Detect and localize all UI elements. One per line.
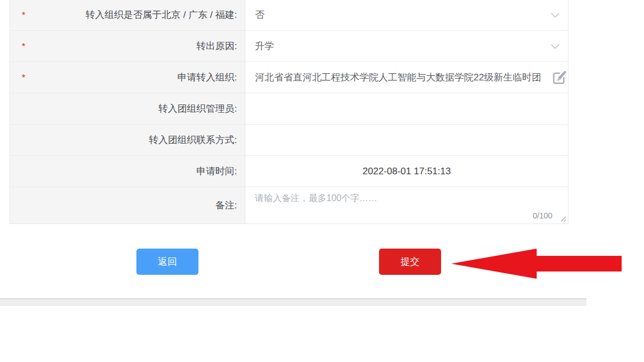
apply-time-value: 2022-08-01 17:51:13 <box>245 156 568 187</box>
required-marker: * <box>22 73 25 83</box>
reason-select[interactable]: 升学 <box>245 31 568 61</box>
apply-time-label: 申请时间: <box>196 165 237 178</box>
back-button[interactable]: 返回 <box>136 249 198 275</box>
chevron-down-icon[interactable] <box>551 12 560 17</box>
target-org-field: 河北省省直河北工程技术学院人工智能与大数据学院22级新生临时团 <box>245 62 568 93</box>
reason-select-value: 升学 <box>255 40 274 53</box>
transfer-application-form: * 转入组织是否属于北京 / 广东 / 福建: 否 * 转出原因: 升学 <box>10 0 569 224</box>
annotation-arrow-left-icon <box>451 249 622 279</box>
region-label: 转入组织是否属于北京 / 广东 / 福建: <box>86 8 237 21</box>
remarks-label: 备注: <box>215 199 237 212</box>
region-select-value: 否 <box>255 8 264 21</box>
form-row-target-org: * 申请转入组织: 河北省省直河北工程技术学院人工智能与大数据学院22级新生临时… <box>10 62 568 93</box>
edit-icon[interactable] <box>552 69 567 86</box>
target-admin-label: 转入团组织管理员: <box>158 102 237 115</box>
reason-label-cell: * 转出原因: <box>10 31 245 61</box>
region-select[interactable]: 否 <box>245 0 568 30</box>
target-contact-label: 转入团组织联系方式: <box>149 134 237 146</box>
target-contact-label-cell: 转入团组织联系方式: <box>10 125 245 155</box>
remarks-label-cell: 备注: <box>10 187 245 223</box>
target-contact-value <box>245 125 568 155</box>
target-admin-value <box>245 93 568 124</box>
form-row-target-admin: 转入团组织管理员: <box>10 93 568 125</box>
form-row-remarks: 备注: 0/100 <box>10 187 568 223</box>
remarks-cell: 0/100 <box>245 187 568 223</box>
chevron-down-icon[interactable] <box>551 44 560 49</box>
form-row-target-contact: 转入团组织联系方式: <box>10 125 568 156</box>
bottom-divider-bar <box>0 298 586 306</box>
arrow-shaft <box>536 256 622 272</box>
region-label-cell: * 转入组织是否属于北京 / 广东 / 福建: <box>10 0 245 30</box>
apply-time-label-cell: 申请时间: <box>10 156 245 187</box>
required-marker: * <box>22 42 25 52</box>
target-org-label-cell: * 申请转入组织: <box>10 62 245 93</box>
form-row-region: * 转入组织是否属于北京 / 广东 / 福建: 否 <box>10 0 568 31</box>
required-marker: * <box>22 11 25 21</box>
form-row-apply-time: 申请时间: 2022-08-01 17:51:13 <box>10 156 568 187</box>
form-row-reason: * 转出原因: 升学 <box>10 31 568 62</box>
submit-button[interactable]: 提交 <box>379 249 441 275</box>
target-org-value: 河北省省直河北工程技术学院人工智能与大数据学院22级新生临时团 <box>255 71 541 84</box>
apply-time-text: 2022-08-01 17:51:13 <box>363 166 451 177</box>
reason-label: 转出原因: <box>196 40 237 53</box>
page: * 转入组织是否属于北京 / 广东 / 福建: 否 * 转出原因: 升学 <box>0 0 644 362</box>
remarks-input[interactable] <box>245 187 568 209</box>
arrow-head <box>451 249 537 279</box>
target-org-label: 申请转入组织: <box>177 71 237 84</box>
resize-handle-icon[interactable] <box>560 216 566 222</box>
char-counter: 0/100 <box>533 211 552 220</box>
target-admin-label-cell: 转入团组织管理员: <box>10 93 245 124</box>
